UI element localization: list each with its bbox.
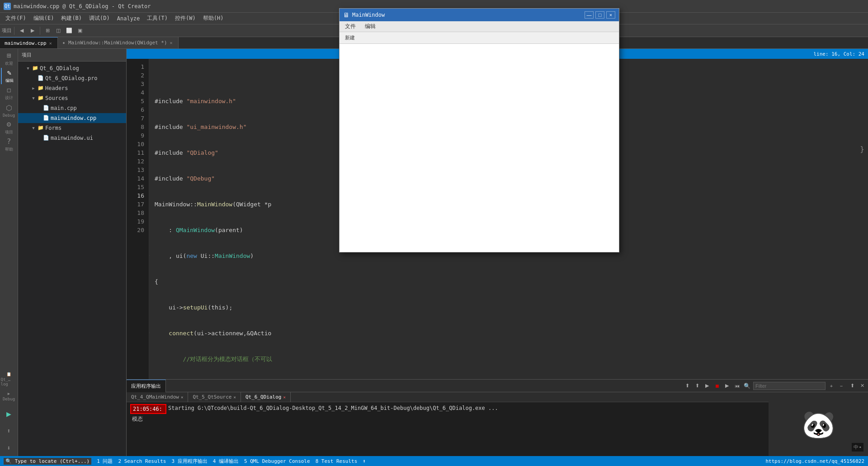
sidebar-edit-btn[interactable]: ✎ 编辑 [1,68,17,84]
sidebar-welcome-btn[interactable]: ⊞ 欢迎 [1,51,17,67]
panel-header: 项目 [18,49,126,62]
search-box[interactable]: 🔍 Type to locate (Ctrl+...) [4,458,91,465]
welcome-icon: ⊞ [7,51,11,60]
menu-tools[interactable]: 工具(T) [143,13,171,24]
code-line-9: ui->setupUi(this); [155,303,863,312]
sidebar-design-btn[interactable]: ◻ 设计 [1,85,17,101]
dialog-mainwindow[interactable]: 🖥 MainWindow — □ × 文件 编辑 新建 [339,8,619,252]
line-20: 20 [127,226,144,234]
filter-input[interactable] [753,382,826,390]
dialog-icon: 🖥 [343,11,349,19]
menu-edit[interactable]: 编辑(E) [30,13,58,24]
bottom-subtab-qt5[interactable]: Qt_5_QtSource ✕ [188,392,241,402]
tree-item-headers[interactable]: ▶ 📁 Headers [18,83,126,93]
dialog-close-btn[interactable]: × [606,11,615,19]
bottom-filter-remove[interactable]: − [837,382,845,390]
dialog-maximize-btn[interactable]: □ [595,11,604,19]
output-text-1: Starting G:\QTcode\build-Qt_6_QDialog-De… [168,404,498,412]
bottom-sub-tabs: Qt_4_QMainWindow ✕ Qt_5_QtSource ✕ Qt_6_… [127,392,868,402]
file-tab-label: mainwindow.cpp [5,40,47,46]
bottom-subtab-qt4[interactable]: Qt_4_QMainWindow ✕ [127,392,188,402]
sidebar-help-btn[interactable]: ? 帮助 [1,137,17,153]
toolbar-btn5[interactable]: ⬜ [64,26,74,36]
status-compileoutput[interactable]: 4 编译输出 [213,458,239,465]
sidebar-project-btn[interactable]: ⚙ 项目 [1,119,17,136]
toolbar-btn6[interactable]: ▣ [75,26,85,36]
dialog-menu-edit[interactable]: 编辑 [362,22,378,31]
tree-arrow-forms: ▼ [31,126,36,130]
status-qml[interactable]: 5 QML Debugger Console [244,458,310,464]
menu-analyze[interactable]: Analyze [113,14,144,23]
tree-item-sources[interactable]: ▼ 📁 Sources [18,93,126,103]
menu-file[interactable]: 文件(F) [2,13,30,24]
file-tab-mainwindow-cpp[interactable]: mainwindow.cpp ✕ [0,37,58,49]
toolbar-btn4[interactable]: ◫ [53,26,63,36]
search-icon: 🔍 [5,458,12,464]
line-4: 4 [127,88,144,97]
status-search[interactable]: 2 Search Results [118,458,166,464]
bottom-tab-appoutput[interactable]: 应用程序输出 [127,380,166,392]
design-icon: ◻ [7,86,11,94]
tree-item-main-cpp[interactable]: 📄 main.cpp [18,103,126,113]
toolbar-forward-btn[interactable]: ▶ [28,26,38,36]
line-11: 11 [127,148,144,157]
menu-help[interactable]: 帮助(H) [199,13,227,24]
menu-build[interactable]: 构建(B) [57,13,85,24]
bottom-close-btn[interactable]: ✕ [858,382,866,390]
status-testresults[interactable]: 8 Test Results [316,458,358,464]
menu-debug[interactable]: 调试(D) [85,13,113,24]
tree-item-mainwindow-cpp[interactable]: 📄 mainwindow.cpp [18,113,126,123]
dialog-minimize-btn[interactable]: — [585,11,594,19]
output-line-2: 模态 [130,415,864,423]
bottom-toolbar-btn3[interactable]: ▶ [703,382,711,390]
bottom-toolbar-btn6[interactable]: ⏮ [733,382,741,390]
sidebar-run-btn[interactable]: ▶ [1,405,17,422]
file-tab-mainwindow-constructor[interactable]: ✦ MainWindow::MainWindow(QWidget *) ✕ [58,37,179,49]
tree-item-pro[interactable]: 📄 Qt_6_QDialog.pro [18,73,126,83]
bottom-toolbar-btn5[interactable]: ▶ [723,382,731,390]
dialog-new-btn[interactable]: 新建 [341,33,359,42]
toolbar-btn3[interactable]: ⊞ [42,26,52,36]
code-line-7: ▾ , ui(new Ui::MainWindow) [155,252,863,260]
subtab-qt5-label: Qt_5_QtSource [193,394,231,400]
line-12: 12 [127,157,144,166]
dialog-menu-file[interactable]: 文件 [342,22,359,31]
toolbar-project-btn[interactable]: 项目 [2,26,12,36]
search-label: Type to locate (Ctrl+...) [15,458,90,464]
line-17: 17 [127,200,144,209]
sidebar-debugrun-btn[interactable]: ▶ Debug [1,388,17,404]
bottom-expand-btn[interactable]: ⬆ [848,382,856,390]
sidebar-debug-btn[interactable]: ⬡ Debug [1,102,17,119]
folder-icon: 📁 [32,65,38,71]
file-cpp-icon-mw: 📄 [43,115,49,121]
status-appoutput[interactable]: 3 应用程序输出 [171,458,207,465]
sidebar-qtlog-btn[interactable]: 📋 Qt_…log [1,371,17,387]
headers-folder-icon: 📁 [38,85,44,91]
sidebar-step-btn[interactable]: ⬆ [1,423,17,439]
edit-icon: ✎ [7,68,12,77]
bottom-toolbar-btn4[interactable]: ⏹ [713,382,721,390]
tree-item-mainwindow-ui[interactable]: 📄 mainwindow.ui [18,133,126,143]
bottom-toolbar-btn1[interactable]: ⬆ [683,382,691,390]
bottom-panel: 应用程序输出 ⬆ ⬆ ▶ ⏹ ▶ ⏮ 🔍 + − ⬆ ✕ [127,379,868,456]
menu-controls[interactable]: 控件(W) [171,13,199,24]
subtab-qt5-close[interactable]: ✕ [233,395,236,399]
file-tab-close-1[interactable]: ✕ [48,40,53,46]
subtab-qt6-close[interactable]: ✕ [283,395,285,399]
bottom-filter-add[interactable]: + [827,382,835,390]
sidebar-stop-btn[interactable]: ⬇ [1,440,17,456]
output-text-2: 模态 [132,415,143,423]
tree-item-qt6qdialog[interactable]: ▼ 📁 Qt_6_QDialog [18,63,126,73]
status-url[interactable]: https://blog.csdn.net/qq_45156022 [765,458,864,464]
editor-position: line: 16, Col: 24 [813,51,864,57]
status-problems[interactable]: 1 问题 [97,458,113,465]
file-tab-close-2[interactable]: ✕ [169,40,174,46]
tree-arrow: ▼ [25,66,31,71]
bottom-subtab-qt6[interactable]: Qt_6_QDialog ✕ [241,392,291,402]
toolbar-back-btn[interactable]: ◀ [17,26,27,36]
subtab-qt4-label: Qt_4_QMainWindow [131,394,179,400]
status-up-arrow[interactable]: ⬆ [363,458,366,464]
bottom-toolbar-btn2[interactable]: ⬆ [693,382,701,390]
tree-item-forms[interactable]: ▼ 📁 Forms [18,123,126,133]
subtab-qt4-close[interactable]: ✕ [181,395,183,399]
